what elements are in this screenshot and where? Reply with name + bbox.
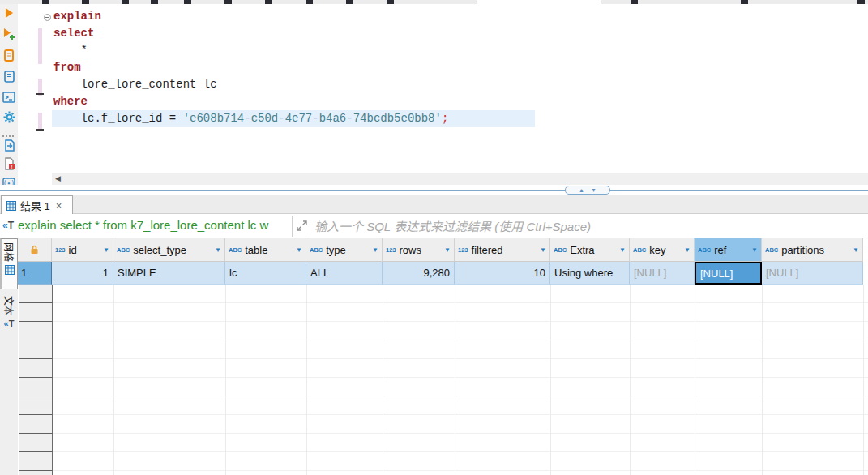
open-sql-console-icon[interactable] [2,91,15,104]
code-line[interactable]: * [53,42,448,59]
panel-splitter[interactable]: ▲ ▼ [0,185,868,195]
collapse-down-icon[interactable]: ▼ [591,187,596,193]
numeric-type-icon: 123 [458,246,468,254]
column-dropdown-icon[interactable]: ▼ [372,246,378,254]
string-type-icon: ABC [765,246,778,254]
column-header-ref[interactable]: ABCref▼ [695,238,762,262]
sql-string: 'e608b714-c50d-4e77-b4a6-74bcdb5e0bb8' [183,112,442,125]
splitter-collapse-control[interactable]: ▲ ▼ [565,186,610,195]
editor-horizontal-scrollbar[interactable]: ◀ [52,173,868,185]
results-tab[interactable]: 结果 1 × [1,195,73,215]
column-dropdown-icon[interactable]: ▼ [215,246,221,254]
column-dropdown-icon[interactable]: ▼ [751,246,758,254]
column-dropdown-icon[interactable]: ▼ [619,246,626,254]
unsaved-file-warning-icon[interactable]: ! [2,157,15,170]
grid-data-row: 11SIMPLElcALL9,28010Using where[NULL][NU… [18,262,863,285]
column-dropdown-icon[interactable]: ▼ [444,246,451,254]
cell-ref[interactable]: [NULL] [695,262,762,285]
cell-select_type[interactable]: SIMPLE [113,262,225,285]
code-line[interactable]: from [53,59,448,76]
column-name: filtered [472,244,503,256]
column-header-type[interactable]: ABCtype▼ [306,238,383,262]
code-line[interactable]: explain [53,8,448,25]
cell-type[interactable]: ALL [306,262,383,285]
column-dropdown-icon[interactable]: ▼ [540,246,546,254]
column-header-id[interactable]: 123id▼ [52,238,113,262]
show-execution-plan-icon[interactable] [2,70,15,83]
export-data-icon[interactable] [2,139,15,152]
column-name: partitions [781,244,824,256]
cell-id[interactable]: 1 [52,262,113,285]
column-grid-line [306,285,307,475]
editor-toolbar: !(∙) [0,4,18,195]
executed-statement-text[interactable]: explain select * from k7_lore_lore_conte… [18,218,290,234]
diff-marker [36,93,44,95]
code-line[interactable]: lore_lore_content lc [53,76,448,93]
column-header-select_type[interactable]: ABCselect_type▼ [113,238,225,262]
filter-input-placeholder[interactable]: 输入一个 SQL 表达式来过滤结果 (使用 Ctrl+Space) [314,217,591,234]
close-tab-icon[interactable]: × [56,199,62,212]
execute-script-icon[interactable] [2,49,15,62]
sql-keyword: from [53,61,81,74]
column-name: rows [400,244,421,256]
string-type-icon: ABC [310,246,323,254]
grid-corner-lock[interactable] [18,238,52,262]
column-header-filtered[interactable]: 123filtered▼ [455,238,550,262]
cell-table[interactable]: lc [225,262,306,285]
diff-marker [36,129,44,131]
column-grid-line [695,285,695,475]
settings-icon[interactable] [2,110,15,123]
execute-in-new-tab-icon[interactable] [2,28,15,41]
column-header-rows[interactable]: 123rows▼ [383,238,455,262]
column-header-partitions[interactable]: ABCpartitions▼ [762,238,863,262]
cell-partitions[interactable]: [NULL] [762,262,863,285]
column-dropdown-icon[interactable]: ▼ [853,246,859,254]
sql-text: ; [442,112,448,125]
numeric-type-icon: 123 [386,246,396,254]
column-dropdown-icon[interactable]: ▼ [296,246,302,254]
dbeaver-sql-editor-window: !(∙) explainselect *from lore_lore_conte… [0,0,868,475]
column-header-key[interactable]: ABCkey▼ [630,238,695,262]
fold-collapse-icon[interactable] [44,14,51,21]
tab-grid-view[interactable]: 网格 [0,238,18,289]
column-dropdown-icon[interactable]: ▼ [103,246,109,254]
grid-header-row: 123id▼ABCselect_type▼ABCtable▼ABCtype▼12… [18,238,863,262]
code-line[interactable]: where [53,93,448,110]
sql-code[interactable]: explainselect *from lore_lore_content lc… [53,8,448,127]
code-line[interactable]: lc.f_lore_id = 'e608b714-c50d-4e77-b4a6-… [53,110,448,127]
column-grid-line [550,285,551,475]
sql-text: * [53,44,88,57]
numeric-type-icon: 123 [55,246,66,254]
column-header-Extra[interactable]: ABCExtra▼ [550,238,630,262]
cell-rows[interactable]: 9,280 [383,262,455,285]
string-type-icon: ABC [633,246,646,254]
column-dropdown-icon[interactable]: ▼ [684,246,691,254]
cell-filtered[interactable]: 10 [455,262,550,285]
string-type-icon: ABC [554,246,567,254]
column-name: key [649,244,665,256]
column-name: select_type [133,244,186,256]
scroll-left-icon[interactable]: ◀ [55,174,61,182]
sql-text-icon: «T [2,220,14,231]
cell-Extra[interactable]: Using where [550,262,630,285]
expand-filter-icon[interactable] [296,220,308,232]
collapse-up-icon[interactable]: ▲ [579,187,584,193]
code-line[interactable]: select [53,25,448,42]
execute-sql-statement-icon[interactable] [2,6,15,19]
column-grid-line [113,285,114,475]
grid-icon [5,265,15,275]
sql-text: lc.f_lore_id = [53,112,183,125]
grid-view-label: 网格 [2,242,16,262]
row-number-cell[interactable]: 1 [18,262,52,285]
sql-editor[interactable]: explainselect *from lore_lore_content lc… [18,4,868,185]
cell-key[interactable]: [NULL] [630,262,695,285]
column-name: Extra [570,244,594,256]
grid-empty-area[interactable] [18,285,868,475]
column-header-table[interactable]: ABCtable▼ [225,238,306,262]
column-name: ref [714,244,726,256]
result-filter-bar: «T explain select * from k7_lore_lore_co… [0,214,868,238]
splitter-line [0,190,868,191]
sql-keyword: explain [53,10,101,23]
sql-text: select [53,27,94,40]
tab-text-view[interactable]: 文本 «T [0,293,18,346]
